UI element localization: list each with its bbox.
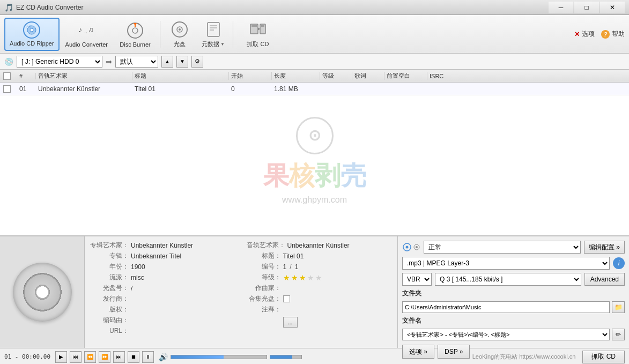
format-row: .mp3 | MPEG Layer-3 i [402,257,625,270]
close-button[interactable]: ✕ [600,2,625,13]
toolbar-sep2 [233,21,233,48]
rating-stars[interactable]: ★ ★ ★ ★ ★ [283,273,322,282]
next-track-button[interactable]: ⏭ [113,351,125,363]
folder-browse-button[interactable]: 📁 [612,301,625,313]
header-prespace: 前置空白 [384,72,427,80]
meta-disc-value: / [131,285,132,292]
filename-edit-button[interactable]: ✏ [612,329,625,340]
rewind-button[interactable]: ⏪ [84,351,96,363]
meta-track-num-total: 1 [295,263,299,271]
toolbar-label-burner: Disc Burner [120,41,150,48]
dsp-button[interactable]: DSP » [438,345,470,359]
table-row[interactable]: 01 Unbekannter Künstler Titel 01 0 1.81 … [0,83,629,95]
fast-forward-button[interactable]: ⏩ [99,351,110,363]
meta-encodedby-row: 编码由： [90,316,236,325]
options-toolbar-item[interactable]: ✕ 选项 [574,29,595,39]
maximize-button[interactable]: □ [574,2,599,13]
meta-more-row[interactable]: ... [247,317,393,328]
move-down-button[interactable]: ▼ [176,56,188,68]
format-info-icon[interactable]: i [613,257,625,269]
volume-fill [270,355,292,359]
meta-album-label: 专辑： [90,251,129,261]
row-artist: Unbekannter Künstler [36,85,132,93]
settings-button[interactable]: ⚙ [191,56,203,68]
move-up-button[interactable]: ▲ [161,56,173,68]
preset-select[interactable]: 正常 [424,241,581,254]
progress-bar[interactable] [171,355,267,359]
app-icon: 🎵 [4,3,13,12]
star-1-icon[interactable]: ★ [283,273,290,282]
volume-bar[interactable] [270,355,302,359]
audio-cd-ripper-icon: ♪♫ [22,21,41,40]
toolbar-label-guangpan: 光盘 [174,40,186,48]
svg-text:♪♫: ♪♫ [26,24,31,28]
meta-composer-row: 作曲家： [247,284,393,293]
meta-track-title-value: Titel 01 [283,252,304,260]
toolbar: ♪♫ Audio CD Ripper ♪ → ♫ Audio Converter… [0,15,629,54]
toolbar-ripper-btn[interactable]: 抓取 CD [236,18,279,51]
svg-point-13 [179,28,181,31]
meta-album-artist-row: 专辑艺术家： Unbekannter Künstler [90,241,236,250]
x-icon: ✕ [574,31,580,38]
meta-publisher-row: 发行商： [90,294,236,303]
compilation-checkbox[interactable] [283,295,290,302]
header-check [1,72,17,80]
folder-input[interactable] [402,301,610,313]
format-select2[interactable]: .mp3 | MPEG Layer-3 [402,257,610,270]
stop-button[interactable]: ⏹ [128,351,139,363]
row-checkbox[interactable] [3,85,11,93]
row-check-cell [1,85,17,93]
cd-icon-small [402,242,420,252]
meta-disc-label: 光盘号： [90,284,129,293]
meta-more-button[interactable]: ... [283,317,298,328]
vbr-select[interactable]: VBR [402,273,432,286]
toolbar-label-converter: Audio Converter [65,41,108,48]
svg-point-23 [406,246,409,249]
meta-track-artist-label: 音轨艺术家： [247,241,285,250]
toolbar-yuanshuju[interactable]: 元数据 ▼ [197,18,230,51]
filename-label: 文件名 [402,317,421,324]
star-4-icon[interactable]: ★ [307,273,314,282]
prev-track-button[interactable]: ⏮ [70,351,82,363]
app-title: EZ CD Audio Converter [16,4,549,11]
play-button[interactable]: ▶ [55,351,67,363]
meta-album-value: Unbekannter Titel [131,252,181,260]
svg-point-8 [132,28,138,33]
star-3-icon[interactable]: ★ [299,273,306,282]
dropdown-arrow-icon: ▼ [220,42,225,47]
toolbar-audio-cd-ripper[interactable]: ♪♫ Audio CD Ripper [4,18,60,51]
album-art-panel [0,236,85,348]
meta-track-artist-row: 音轨艺术家： Unbekannter Künstler [247,241,393,250]
right-panel: 正常 编辑配置 » .mp3 | MPEG Layer-3 i VBR Q 3 … [397,236,629,348]
folder-label: 文件夹 [402,289,421,297]
toolbar-guangpan[interactable]: 光盘 [164,18,196,51]
meta-track-num-row: 编号： 1 / 1 [247,262,393,271]
header-grade: 等级 [320,72,352,80]
drive-select[interactable]: [ J: ] Generic HDD 0 [17,56,102,68]
toolbar-right: ✕ 选项 ? 帮助 [574,29,625,39]
volume-icon[interactable]: 🔊 [159,353,168,361]
filename-select[interactable]: <专辑艺术家> - <专辑>\<编号>. <标题> [402,329,610,340]
track-position-info: 01 - 00:00.00 [4,353,53,360]
help-toolbar-item[interactable]: ? 帮助 [601,29,625,39]
format-select[interactable]: 默认 [115,56,158,68]
quality-select[interactable]: Q 3 [ 145...185 kbit/s ] [435,273,581,286]
disc-burner-icon [125,21,145,40]
svg-point-2 [30,28,33,32]
toolbar-audio-converter[interactable]: ♪ → ♫ Audio Converter [61,18,113,51]
toolbar-disc-burner[interactable]: Disc Burner [114,18,157,51]
edit-config-button[interactable]: 编辑配置 » [584,241,625,254]
meta-copyright-label: 版权： [90,305,129,314]
meta-composer-label: 作曲家： [247,284,281,293]
star-5-icon[interactable]: ★ [315,273,322,282]
pause-button[interactable]: ⏸ [142,351,154,363]
star-2-icon[interactable]: ★ [291,273,298,282]
minimize-button[interactable]: ─ [549,2,573,13]
options-button[interactable]: 选项 » [402,345,434,359]
advanced-button[interactable]: Advanced [584,273,625,286]
meta-album-artist-label: 专辑艺术家： [90,241,129,250]
svg-text:♪: ♪ [78,25,82,34]
svg-point-25 [416,246,418,248]
meta-notes-row: 注释： [247,305,393,314]
rip-cd-button[interactable]: 抓取 CD [582,351,625,363]
